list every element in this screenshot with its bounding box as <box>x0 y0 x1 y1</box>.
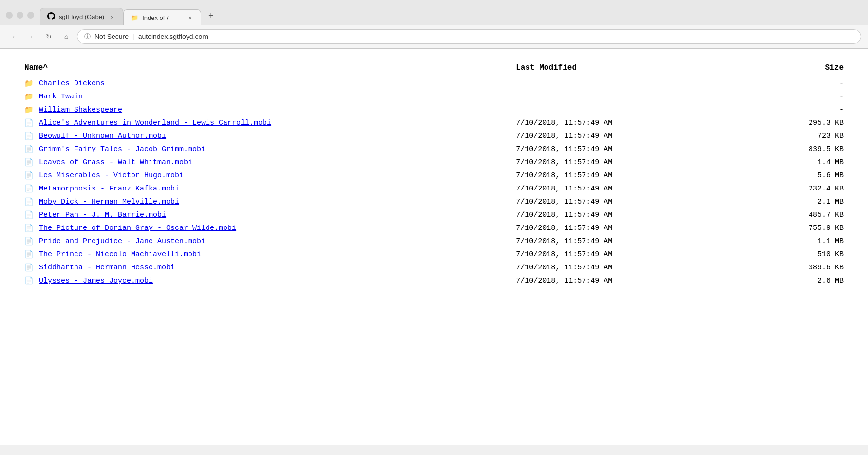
file-name-cell: 📄Beowulf - Unknown Author.mobi <box>24 130 516 143</box>
table-row: 📄Alice's Adventures in Wonderland - Lewi… <box>24 116 844 130</box>
reload-button[interactable]: ↻ <box>42 30 56 43</box>
file-modified-cell <box>516 103 721 116</box>
file-modified-cell: 7/10/2018, 11:57:49 AM <box>516 209 721 222</box>
file-link[interactable]: Peter Pan - J. M. Barrie.mobi <box>39 211 166 219</box>
file-name-cell: 📄Metamorphosis - Franz Kafka.mobi <box>24 182 516 195</box>
file-link[interactable]: Beowulf - Unknown Author.mobi <box>39 132 166 140</box>
table-row: 📄Ulysses - James Joyce.mobi7/10/2018, 11… <box>24 274 844 287</box>
file-icon: 📄 <box>24 184 34 193</box>
title-bar: sgtFloyd (Gabe) × 📁 Index of / × + <box>0 0 868 25</box>
maximize-traffic-light[interactable] <box>27 12 34 19</box>
file-size-cell: 510 KB <box>721 248 844 261</box>
file-icon: 📄 <box>24 224 34 233</box>
file-modified-cell: 7/10/2018, 11:57:49 AM <box>516 195 721 209</box>
folder-icon: 📁 <box>24 92 34 101</box>
tab-github-label: sgtFloyd (Gabe) <box>59 13 104 20</box>
security-text: Not Secure <box>94 33 129 40</box>
back-button[interactable]: ‹ <box>7 30 20 43</box>
file-name-cell: 📄Leaves of Grass - Walt Whitman.mobi <box>24 156 516 169</box>
close-traffic-light[interactable] <box>6 12 13 19</box>
tab-index-close[interactable]: × <box>186 14 194 21</box>
forward-button[interactable]: › <box>24 30 38 43</box>
tabs-bar: sgtFloyd (Gabe) × 📁 Index of / × + <box>40 8 862 25</box>
file-icon: 📄 <box>24 237 34 246</box>
file-link[interactable]: Leaves of Grass - Walt Whitman.mobi <box>39 158 192 167</box>
file-size-cell: 755.9 KB <box>721 222 844 235</box>
back-icon: ‹ <box>13 33 15 40</box>
col-modified-header[interactable]: Last Modified <box>516 63 721 77</box>
file-modified-cell: 7/10/2018, 11:57:49 AM <box>516 169 721 182</box>
file-modified-cell: 7/10/2018, 11:57:49 AM <box>516 261 721 274</box>
file-icon: 📄 <box>24 145 34 154</box>
file-link[interactable]: Moby Dick - Herman Melville.mobi <box>39 198 179 206</box>
address-bar[interactable]: ⓘ Not Secure | autoindex.sgtfloyd.com <box>77 29 861 44</box>
file-icon: 📄 <box>24 158 34 167</box>
table-row: 📄Grimm's Fairy Tales - Jacob Grimm.mobi7… <box>24 143 844 156</box>
file-link[interactable]: Mark Twain <box>39 93 83 101</box>
file-modified-cell <box>516 77 721 90</box>
file-name-cell: 📄Moby Dick - Herman Melville.mobi <box>24 195 516 209</box>
file-modified-cell: 7/10/2018, 11:57:49 AM <box>516 130 721 143</box>
browser-chrome: sgtFloyd (Gabe) × 📁 Index of / × + ‹ › ↻… <box>0 0 868 49</box>
file-size-cell: - <box>721 90 844 103</box>
file-modified-cell: 7/10/2018, 11:57:49 AM <box>516 222 721 235</box>
file-link[interactable]: The Picture of Dorian Gray - Oscar Wilde… <box>39 224 236 232</box>
file-size-cell: 2.1 MB <box>721 195 844 209</box>
file-size-cell: 1.4 MB <box>721 156 844 169</box>
file-size-cell: 295.3 KB <box>721 116 844 130</box>
tab-github[interactable]: sgtFloyd (Gabe) × <box>40 8 123 25</box>
tab-index[interactable]: 📁 Index of / × <box>123 9 201 25</box>
file-link[interactable]: Grimm's Fairy Tales - Jacob Grimm.mobi <box>39 145 206 153</box>
table-row: 📁Charles Dickens- <box>24 77 844 90</box>
file-name-cell: 📄Ulysses - James Joyce.mobi <box>24 274 516 287</box>
file-size-cell: - <box>721 77 844 90</box>
file-link[interactable]: Siddhartha - Hermann Hesse.mobi <box>39 264 175 272</box>
file-modified-cell: 7/10/2018, 11:57:49 AM <box>516 235 721 248</box>
file-name-cell: 📄Les Miserables - Victor Hugo.mobi <box>24 169 516 182</box>
col-size-header[interactable]: Size <box>721 63 844 77</box>
file-modified-cell: 7/10/2018, 11:57:49 AM <box>516 156 721 169</box>
table-row: 📄Pride and Prejudice - Jane Austen.mobi7… <box>24 235 844 248</box>
file-link[interactable]: The Prince - Niccolo Machiavelli.mobi <box>39 250 201 259</box>
file-size-cell: 232.4 KB <box>721 182 844 195</box>
table-header-row: Name^ Last Modified Size <box>24 63 844 77</box>
sort-indicator: ^ <box>43 63 48 72</box>
nav-bar: ‹ › ↻ ⌂ ⓘ Not Secure | autoindex.sgtfloy… <box>0 25 868 48</box>
table-row: 📄Leaves of Grass - Walt Whitman.mobi7/10… <box>24 156 844 169</box>
minimize-traffic-light[interactable] <box>17 12 23 19</box>
file-name-cell: 📁Charles Dickens <box>24 77 516 90</box>
new-tab-button[interactable]: + <box>203 8 219 23</box>
table-row: 📁Mark Twain- <box>24 90 844 103</box>
file-modified-cell: 7/10/2018, 11:57:49 AM <box>516 182 721 195</box>
file-link[interactable]: William Shakespeare <box>39 106 122 114</box>
table-row: 📄Les Miserables - Victor Hugo.mobi7/10/2… <box>24 169 844 182</box>
page-content: Name^ Last Modified Size 📁Charles Dicken… <box>0 49 868 445</box>
address-separator: | <box>132 33 134 40</box>
file-name-cell: 📁Mark Twain <box>24 90 516 103</box>
file-name-cell: 📁William Shakespeare <box>24 103 516 116</box>
file-link[interactable]: Pride and Prejudice - Jane Austen.mobi <box>39 237 206 246</box>
folder-icon: 📁 <box>24 79 34 88</box>
url-text: autoindex.sgtfloyd.com <box>138 33 208 40</box>
file-link[interactable]: Charles Dickens <box>39 79 105 88</box>
folder-icon: 📁 <box>24 105 34 114</box>
file-name-cell: 📄Pride and Prejudice - Jane Austen.mobi <box>24 235 516 248</box>
file-size-cell: 723 KB <box>721 130 844 143</box>
file-link[interactable]: Les Miserables - Victor Hugo.mobi <box>39 171 184 180</box>
file-modified-cell <box>516 90 721 103</box>
reload-icon: ↻ <box>46 33 52 40</box>
file-name-cell: 📄The Prince - Niccolo Machiavelli.mobi <box>24 248 516 261</box>
file-link[interactable]: Ulysses - James Joyce.mobi <box>39 277 153 285</box>
file-icon: 📄 <box>24 171 34 180</box>
file-modified-cell: 7/10/2018, 11:57:49 AM <box>516 274 721 287</box>
table-row: 📄The Prince - Niccolo Machiavelli.mobi7/… <box>24 248 844 261</box>
forward-icon: › <box>30 33 33 40</box>
tab-github-close[interactable]: × <box>108 13 116 21</box>
tab-index-label: Index of / <box>142 14 182 21</box>
home-button[interactable]: ⌂ <box>59 30 73 43</box>
file-link[interactable]: Alice's Adventures in Wonderland - Lewis… <box>39 119 271 127</box>
home-icon: ⌂ <box>64 33 68 40</box>
table-row: 📄Peter Pan - J. M. Barrie.mobi7/10/2018,… <box>24 209 844 222</box>
file-link[interactable]: Metamorphosis - Franz Kafka.mobi <box>39 185 179 193</box>
col-name-header[interactable]: Name^ <box>24 63 516 77</box>
